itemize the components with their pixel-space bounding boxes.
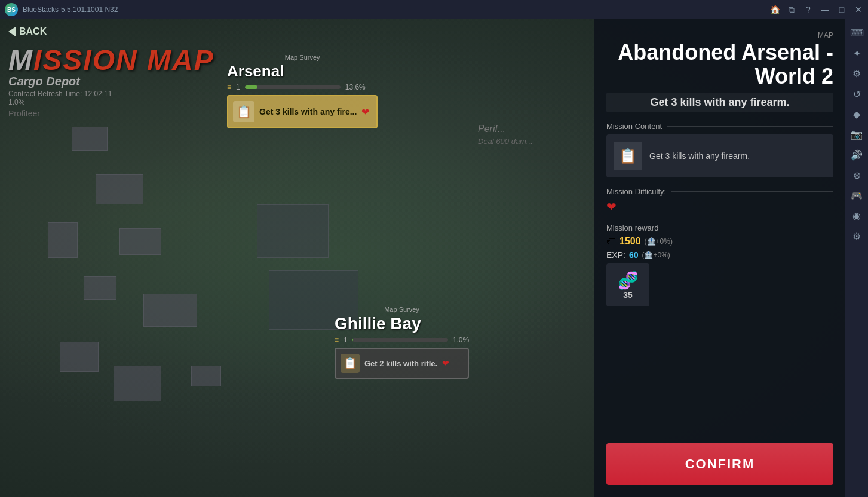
reward-modifier: (🏦+0%) bbox=[645, 237, 673, 246]
reward-amount: 1500 bbox=[619, 236, 641, 247]
camera-icon[interactable]: 📷 bbox=[848, 125, 866, 143]
exp-modifier: (🏦+0%) bbox=[642, 251, 670, 259]
ghillie-location-title: Ghillie Bay bbox=[335, 314, 469, 333]
back-label: BACK bbox=[19, 26, 47, 37]
panel-subtitle: Get 3 kills with any firearm. bbox=[606, 93, 833, 112]
share-icon[interactable]: ⊛ bbox=[848, 166, 866, 184]
currency-reward: 🏷 1500 (🏦+0%) bbox=[606, 236, 833, 247]
ghillie-map-survey: Map Survey bbox=[335, 306, 469, 313]
refresh-icon[interactable]: ↺ bbox=[848, 85, 866, 103]
panel-map-label: MAP bbox=[606, 31, 833, 39]
ghillie-progress-fill bbox=[352, 338, 354, 342]
ghillie-progress-num: 1 bbox=[343, 336, 348, 344]
mission-content-text: Get 3 kills with any firearm. bbox=[649, 151, 750, 161]
bluestacks-logo: BS bbox=[5, 3, 18, 16]
app-title: BlueStacks bbox=[23, 5, 59, 14]
record-icon[interactable]: ◉ bbox=[848, 207, 866, 225]
mission-reward-label: Mission reward bbox=[606, 223, 833, 232]
minimize-button[interactable]: — bbox=[820, 5, 830, 14]
arsenal-difficulty-icon: ❤ bbox=[361, 106, 369, 118]
back-button[interactable]: BACK bbox=[8, 26, 47, 37]
ghillie-difficulty-icon: ❤ bbox=[442, 358, 449, 368]
info-panel: MAP Abandoned Arsenal - World 2 Get 3 ki… bbox=[594, 19, 845, 497]
arsenal-mission-icon: 📋 bbox=[233, 101, 254, 122]
mission-reward-section: Mission reward 🏷 1500 (🏦+0%) EXP: 60 (🏦+… bbox=[606, 223, 833, 306]
currency-icon: 🏷 bbox=[606, 236, 616, 247]
exp-amount: 60 bbox=[629, 250, 639, 260]
ghillie-progress: ≡ 1 1.0% bbox=[335, 336, 469, 344]
building-8 bbox=[114, 366, 161, 401]
arsenal-progress-fill bbox=[245, 85, 258, 89]
config-icon[interactable]: ⚙ bbox=[848, 227, 866, 245]
arsenal-progress-pct: 13.6% bbox=[345, 83, 366, 91]
volume-icon[interactable]: 🔊 bbox=[848, 146, 866, 164]
cargo-depot-label: Cargo Depot bbox=[8, 75, 214, 88]
building-9 bbox=[191, 366, 221, 386]
titlebar: BS BlueStacks 5.5.101.1001 N32 🏠 ⧉ ? — □… bbox=[0, 0, 868, 19]
difficulty-heart-icon: ❤ bbox=[606, 200, 833, 214]
mission-difficulty-section: Mission Difficulty: ❤ bbox=[606, 187, 833, 214]
dna-reward-box: 🧬 35 bbox=[606, 263, 649, 306]
mission-content-section-label: Mission Content bbox=[606, 122, 833, 131]
profiteer-label: Profiteer bbox=[8, 109, 214, 118]
dna-count: 35 bbox=[623, 290, 633, 300]
ghillie-progress-icon: ≡ bbox=[335, 336, 339, 344]
multi-button[interactable]: ⧉ bbox=[787, 5, 796, 14]
deal-text: Deal 600 dam... bbox=[478, 137, 594, 146]
ghillie-bay-card-area: Map Survey Ghillie Bay ≡ 1 1.0% 📋 Get 2 … bbox=[335, 306, 469, 379]
close-button[interactable]: ✕ bbox=[854, 5, 863, 14]
arsenal-mission-text: Get 3 kills with any fire... bbox=[259, 107, 357, 116]
arsenal-progress-bar bbox=[245, 85, 341, 89]
ghillie-mission-icon: 📋 bbox=[341, 354, 360, 373]
mission-content-icon: 📋 bbox=[614, 142, 642, 170]
keyboard-icon[interactable]: ⌨ bbox=[848, 24, 866, 42]
ghillie-mission-card[interactable]: 📋 Get 2 kills with rifle. ❤ bbox=[335, 348, 469, 379]
warehouse-1 bbox=[257, 204, 329, 258]
ghillie-progress-bar bbox=[352, 338, 448, 342]
peripheral-area: Perif... Deal 600 dam... bbox=[478, 124, 594, 146]
diamond-icon[interactable]: ◆ bbox=[848, 105, 866, 123]
building-1 bbox=[72, 127, 108, 151]
exp-reward: EXP: 60 (🏦+0%) bbox=[606, 250, 833, 260]
home-button[interactable]: 🏠 bbox=[770, 5, 780, 14]
building-6 bbox=[143, 294, 197, 327]
controller-icon[interactable]: 🎮 bbox=[848, 186, 866, 204]
arsenal-progress-icon: ≡ bbox=[227, 83, 231, 91]
arsenal-card-area: Map Survey Arsenal ≡ 1 13.6% 📋 Get 3 kil… bbox=[227, 54, 378, 128]
building-2 bbox=[96, 174, 143, 204]
arsenal-progress-num: 1 bbox=[236, 83, 240, 91]
building-5 bbox=[84, 276, 116, 300]
restore-button[interactable]: □ bbox=[837, 5, 846, 14]
ghillie-progress-pct: 1.0% bbox=[453, 336, 469, 344]
arsenal-map-survey: Map Survey bbox=[227, 54, 378, 61]
mouse-icon[interactable]: ✦ bbox=[848, 44, 866, 62]
title-rest: ISSION MAP bbox=[33, 44, 214, 76]
title-m: M bbox=[8, 44, 33, 76]
contract-refresh-label: Contract Refresh Time: 12:02:11 1.0% bbox=[8, 90, 214, 106]
peripheral-label: Perif... bbox=[478, 124, 594, 134]
mission-title-area: MISSION MAP Cargo Depot Contract Refresh… bbox=[8, 46, 214, 118]
settings-icon[interactable]: ⚙ bbox=[848, 65, 866, 82]
arsenal-location-title: Arsenal bbox=[227, 62, 378, 81]
exp-label: EXP: bbox=[606, 250, 625, 260]
arsenal-mission-card[interactable]: 📋 Get 3 kills with any fire... ❤ bbox=[227, 95, 378, 128]
confirm-button[interactable]: Confirm bbox=[606, 443, 833, 485]
app-version: 5.5.101.1001 N32 bbox=[61, 5, 118, 14]
panel-title: Abandoned Arsenal - World 2 bbox=[606, 41, 833, 88]
back-arrow-icon bbox=[8, 27, 16, 36]
mission-difficulty-label: Mission Difficulty: bbox=[606, 187, 833, 196]
ghillie-mission-text: Get 2 kills with rifle. bbox=[364, 359, 437, 368]
game-area: BACK MISSION MAP Cargo Depot Contract Re… bbox=[0, 19, 845, 497]
building-3 bbox=[48, 222, 78, 258]
dna-icon: 🧬 bbox=[618, 271, 639, 290]
bs-sidebar: ⌨ ✦ ⚙ ↺ ◆ 📷 🔊 ⊛ 🎮 ◉ ⚙ bbox=[845, 19, 868, 497]
titlebar-controls: 🏠 ⧉ ? — □ ✕ bbox=[770, 5, 863, 14]
building-4 bbox=[119, 228, 161, 255]
help-button[interactable]: ? bbox=[803, 5, 813, 14]
mission-map-title: MISSION MAP bbox=[8, 46, 214, 75]
mission-content-box: 📋 Get 3 kills with any firearm. bbox=[606, 134, 833, 177]
arsenal-progress: ≡ 1 13.6% bbox=[227, 83, 378, 91]
building-7 bbox=[60, 342, 99, 372]
